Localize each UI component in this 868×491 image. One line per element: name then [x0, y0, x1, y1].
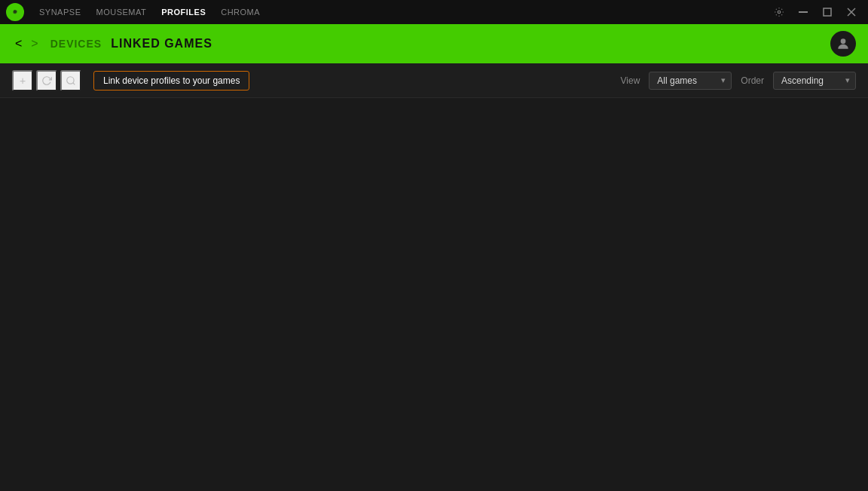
settings-button[interactable]: [769, 2, 790, 23]
devices-nav[interactable]: DEVICES: [50, 38, 102, 50]
title-bar: SYNAPSE MOUSEMAT PROFILES CHROMA: [0, 0, 868, 24]
title-bar-left: SYNAPSE MOUSEMAT PROFILES CHROMA: [6, 3, 260, 21]
svg-point-8: [67, 76, 74, 83]
refresh-button[interactable]: [36, 70, 57, 91]
user-avatar[interactable]: [830, 31, 856, 57]
search-button[interactable]: [60, 70, 81, 91]
svg-point-1: [14, 10, 17, 13]
order-select-wrapper: Ascending Descending: [773, 72, 856, 90]
svg-rect-4: [824, 8, 831, 16]
svg-point-2: [778, 11, 781, 14]
add-button[interactable]: +: [12, 70, 33, 91]
main-content: [0, 98, 868, 491]
nav-tabs: SYNAPSE MOUSEMAT PROFILES CHROMA: [39, 5, 260, 20]
svg-point-7: [841, 38, 846, 44]
tab-synapse[interactable]: SYNAPSE: [39, 5, 81, 20]
minimize-button[interactable]: [793, 2, 814, 23]
view-select[interactable]: All games Linked only Unlinked only: [649, 72, 732, 90]
back-button[interactable]: <: [12, 35, 25, 52]
forward-button[interactable]: >: [28, 35, 41, 52]
toolbar-right: View All games Linked only Unlinked only…: [621, 72, 856, 90]
svg-line-9: [73, 82, 75, 84]
view-label: View: [621, 75, 640, 86]
svg-rect-3: [799, 11, 808, 13]
tab-mousemat[interactable]: MOUSEMAT: [96, 5, 146, 20]
app-header: < > DEVICES LINKED GAMES: [0, 24, 868, 63]
tab-profiles[interactable]: PROFILES: [161, 5, 206, 20]
app-logo: [6, 3, 24, 21]
order-select[interactable]: Ascending Descending: [773, 72, 856, 90]
nav-arrows: < >: [12, 35, 41, 52]
view-select-wrapper: All games Linked only Unlinked only: [649, 72, 732, 90]
link-profiles-tooltip[interactable]: Link device profiles to your games: [93, 71, 249, 91]
tab-chroma[interactable]: CHROMA: [221, 5, 260, 20]
title-bar-controls: [769, 2, 862, 23]
toolbar: + Link device profiles to your games Vie…: [0, 63, 868, 98]
close-button[interactable]: [841, 2, 862, 23]
page-title: LINKED GAMES: [111, 37, 821, 51]
maximize-button[interactable]: [817, 2, 838, 23]
order-label: Order: [741, 75, 764, 86]
